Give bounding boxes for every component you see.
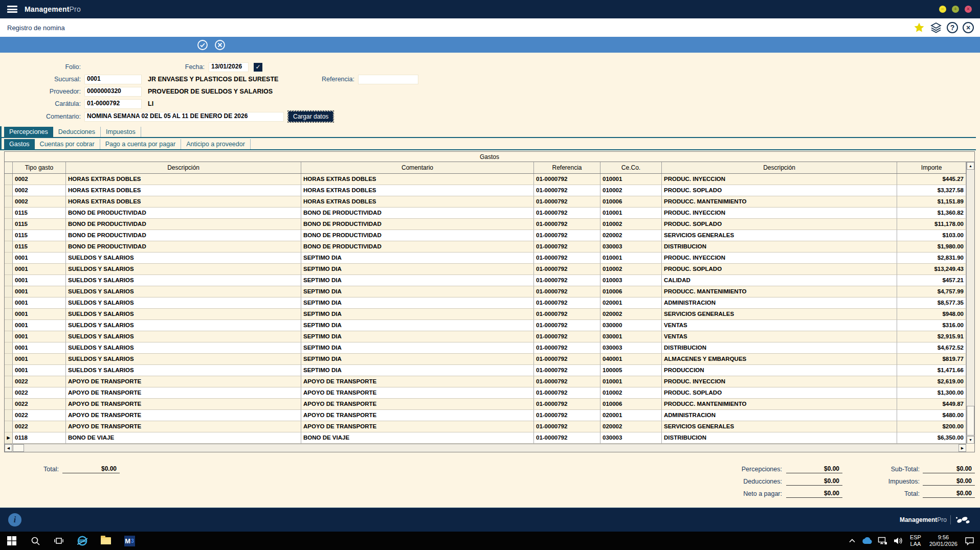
table-row[interactable]: 0001SUELDOS Y SALARIOSSEPTIMO DIA01-0000… <box>5 275 966 286</box>
grid-total-label: Total: <box>0 466 59 473</box>
cell: 0001 <box>13 342 66 354</box>
task-view-button[interactable] <box>47 532 71 550</box>
vertical-scroll-thumb[interactable] <box>967 406 974 436</box>
table-row[interactable]: 0001SUELDOS Y SALARIOSSEPTIMO DIA01-0000… <box>5 286 966 297</box>
layers-icon[interactable] <box>930 21 942 34</box>
row-selector <box>5 331 13 342</box>
start-button[interactable] <box>0 532 24 550</box>
vertical-scrollbar[interactable]: ▲ ▼ <box>966 162 974 444</box>
close-window-button[interactable]: × <box>965 6 972 13</box>
action-toolbar <box>0 37 980 53</box>
grid-header-col[interactable]: Importe <box>897 162 966 173</box>
table-row[interactable]: 0001SUELDOS Y SALARIOSSEPTIMO DIA01-0000… <box>5 342 966 354</box>
scroll-right-button[interactable]: ▶ <box>959 444 966 452</box>
table-row[interactable]: 0022APOYO DE TRANSPORTEAPOYO DE TRANSPOR… <box>5 376 966 387</box>
close-page-button[interactable]: × <box>963 22 974 33</box>
scroll-down-button[interactable]: ▼ <box>967 436 974 444</box>
proveedor-input[interactable]: 0000000320 <box>84 87 142 97</box>
tab-impuestos[interactable]: Impuestos <box>101 127 141 137</box>
tab-pago-a-cuenta-por-pagar[interactable]: Pago a cuenta por pagar <box>100 139 182 149</box>
table-row[interactable]: 0115BONO DE PRODUCTIVIDADBONO DE PRODUCT… <box>5 208 966 219</box>
internet-explorer-button[interactable] <box>71 532 94 550</box>
scroll-left-button[interactable]: ◀ <box>5 444 12 452</box>
maximize-button[interactable]: + <box>952 6 959 13</box>
table-row[interactable]: 0001SUELDOS Y SALARIOSSEPTIMO DIA01-0000… <box>5 297 966 309</box>
row-selector <box>5 354 13 365</box>
table-row[interactable]: 0001SUELDOS Y SALARIOSSEPTIMO DIA01-0000… <box>5 365 966 376</box>
table-row[interactable]: 0001SUELDOS Y SALARIOSSEPTIMO DIA01-0000… <box>5 320 966 331</box>
managementpro-app-button[interactable]: M3 <box>118 532 141 550</box>
hamburger-menu-icon[interactable] <box>7 6 17 13</box>
cell: PRODUCC. MANTENIMIENTO <box>662 399 897 410</box>
favorite-star-icon[interactable] <box>913 21 925 34</box>
language-indicator[interactable]: ESP LAA <box>906 534 925 547</box>
table-row[interactable]: 0002HORAS EXTRAS DOBLESHORAS EXTRAS DOBL… <box>5 185 966 196</box>
neto-a-pagar-value: $0.00 <box>786 490 842 498</box>
cell: ADMINISTRACION <box>662 410 897 421</box>
table-row[interactable]: 0001SUELDOS Y SALARIOSSEPTIMO DIA01-0000… <box>5 309 966 320</box>
onedrive-tray-button[interactable] <box>860 532 875 550</box>
confirm-button[interactable] <box>196 39 209 51</box>
grid-header-col[interactable]: Ce.Co. <box>600 162 662 173</box>
action-center-button[interactable] <box>962 532 977 550</box>
table-row[interactable]: ▶0118BONO DE VIAJEBONO DE VIAJE01-000079… <box>5 432 966 444</box>
table-row[interactable]: 0115BONO DE PRODUCTIVIDADBONO DE PRODUCT… <box>5 219 966 230</box>
tab-percepciones[interactable]: Percepciones <box>4 127 53 137</box>
volume-tray-button[interactable] <box>890 532 906 550</box>
cell: 01-0000792 <box>534 342 600 354</box>
grid-header-col[interactable]: Tipo gasto <box>13 162 66 173</box>
table-row[interactable]: 0002HORAS EXTRAS DOBLESHORAS EXTRAS DOBL… <box>5 196 966 208</box>
cell: 01-0000792 <box>534 421 600 432</box>
tab-deducciones[interactable]: Deducciones <box>53 127 101 137</box>
fecha-checkbox[interactable]: ✓ <box>254 63 262 72</box>
cell: $819.77 <box>897 354 966 365</box>
help-button[interactable]: ? <box>947 22 958 33</box>
sucursal-input[interactable]: 0001 <box>84 75 142 84</box>
file-explorer-button[interactable] <box>94 532 118 550</box>
referencia-input[interactable] <box>358 75 418 84</box>
cargar-datos-button[interactable]: Cargar datos <box>288 111 333 122</box>
comentario-input[interactable]: NOMINA SEMANA 02 DEL 05 AL 11 DE ENERO D… <box>84 112 284 122</box>
network-tray-button[interactable] <box>875 532 890 550</box>
search-button[interactable] <box>24 532 47 550</box>
table-row[interactable]: 0022APOYO DE TRANSPORTEAPOYO DE TRANSPOR… <box>5 410 966 421</box>
deducciones-label: Deducciones: <box>718 478 782 485</box>
cell: SUELDOS Y SALARIOS <box>66 253 301 264</box>
cell: SEPTIMO DIA <box>301 354 534 365</box>
table-row[interactable]: 0115BONO DE PRODUCTIVIDADBONO DE PRODUCT… <box>5 230 966 241</box>
info-button[interactable]: i <box>8 513 21 526</box>
tab-anticipo-a-proveedor[interactable]: Anticipo a proveedor <box>181 139 251 149</box>
cell: $2,915.91 <box>897 331 966 342</box>
scroll-up-button[interactable]: ▲ <box>967 162 974 170</box>
table-row[interactable]: 0001SUELDOS Y SALARIOSSEPTIMO DIA01-0000… <box>5 253 966 264</box>
clock[interactable]: 9:56 20/01/2026 <box>925 534 962 547</box>
table-row[interactable]: 0001SUELDOS Y SALARIOSSEPTIMO DIA01-0000… <box>5 264 966 275</box>
horizontal-scrollbar[interactable]: ◀ ▶ <box>5 444 966 452</box>
grid-header-col[interactable]: Comentario <box>301 162 534 173</box>
grid-header-col[interactable]: Descripción <box>662 162 897 173</box>
fecha-input[interactable]: 13/01/2026 <box>209 62 249 72</box>
footer-logo-icon <box>954 514 971 525</box>
table-row[interactable]: 0115BONO DE PRODUCTIVIDADBONO DE PRODUCT… <box>5 241 966 253</box>
table-row[interactable]: 0002HORAS EXTRAS DOBLESHORAS EXTRAS DOBL… <box>5 174 966 185</box>
tab-gastos[interactable]: Gastos <box>4 139 35 149</box>
referencia-label: Referencia: <box>313 76 354 83</box>
tray-expand-button[interactable] <box>844 532 860 550</box>
windows-icon <box>7 536 16 545</box>
cell: 020002 <box>600 421 662 432</box>
table-row[interactable]: 0022APOYO DE TRANSPORTEAPOYO DE TRANSPOR… <box>5 421 966 432</box>
table-row[interactable]: 0022APOYO DE TRANSPORTEAPOYO DE TRANSPOR… <box>5 399 966 410</box>
table-row[interactable]: 0001SUELDOS Y SALARIOSSEPTIMO DIA01-0000… <box>5 354 966 365</box>
tab-cuentas-por-cobrar[interactable]: Cuentas por cobrar <box>35 139 100 149</box>
table-row[interactable]: 0001SUELDOS Y SALARIOSSEPTIMO DIA01-0000… <box>5 331 966 342</box>
table-row[interactable]: 0022APOYO DE TRANSPORTEAPOYO DE TRANSPOR… <box>5 387 966 399</box>
cell: 010002 <box>600 219 662 230</box>
app-window: ManagementPro − + × Registro de nomina ?… <box>0 0 980 550</box>
horizontal-scroll-thumb[interactable] <box>13 444 24 452</box>
caratula-input[interactable]: 01-0000792 <box>84 99 142 109</box>
cell: 01-0000792 <box>534 253 600 264</box>
grid-header-col[interactable]: Descripción <box>66 162 301 173</box>
minimize-button[interactable]: − <box>939 6 946 13</box>
cancel-button[interactable] <box>214 39 226 51</box>
grid-header-col[interactable]: Referencia <box>534 162 600 173</box>
